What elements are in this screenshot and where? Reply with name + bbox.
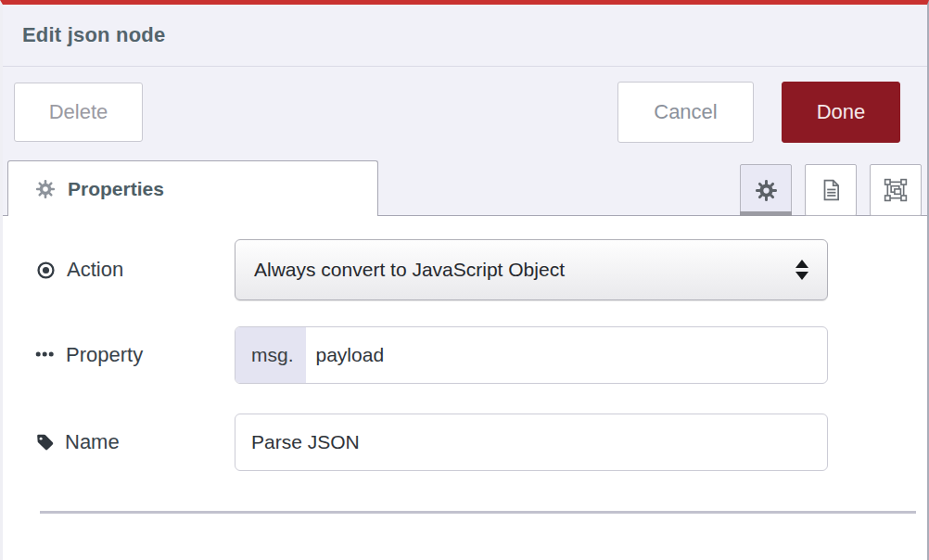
action-select[interactable]: Always convert to JavaScript Object (235, 239, 828, 300)
action-control: Always convert to JavaScript Object (235, 239, 828, 300)
document-icon (819, 178, 843, 202)
property-label-group: Property (3, 343, 235, 367)
name-label-group: Name (3, 430, 235, 454)
property-input[interactable] (306, 327, 827, 383)
name-input-box (235, 414, 828, 471)
action-label: Action (67, 258, 123, 282)
dialog-header: Edit json node (3, 5, 927, 67)
action-selected-value: Always convert to JavaScript Object (254, 259, 795, 281)
action-row: Action Always convert to JavaScript Obje… (3, 239, 927, 300)
dialog-button-bar: Delete Cancel Done (3, 67, 927, 158)
gear-icon (755, 179, 778, 202)
select-updown-arrows-icon (795, 260, 808, 280)
tab-bar: Properties (3, 158, 927, 216)
dialog-title: Edit json node (22, 23, 165, 47)
properties-gear-button[interactable] (740, 164, 792, 216)
tab-properties[interactable]: Properties (7, 160, 378, 216)
group-selection-icon (884, 178, 908, 202)
edit-node-dialog: Edit json node Delete Cancel Done (0, 0, 929, 560)
msg-prefix-badge: msg. (235, 327, 306, 383)
name-label: Name (65, 430, 120, 454)
description-button[interactable] (805, 164, 857, 216)
property-control: msg. (235, 326, 828, 384)
tab-icon-buttons (740, 164, 922, 216)
tag-icon (35, 433, 55, 452)
gear-icon (35, 179, 56, 199)
name-control (235, 414, 828, 471)
delete-button[interactable]: Delete (14, 83, 143, 142)
appearance-button[interactable] (870, 164, 922, 216)
property-label: Property (66, 343, 143, 367)
properties-form: Action Always convert to JavaScript Obje… (3, 216, 927, 514)
done-button[interactable]: Done (782, 82, 900, 143)
cancel-button[interactable]: Cancel (617, 82, 754, 143)
ellipsis-icon (35, 350, 56, 360)
tab-properties-label: Properties (68, 178, 164, 200)
property-row: Property msg. (3, 326, 927, 384)
name-input[interactable] (235, 414, 827, 470)
action-label-group: Action (3, 258, 235, 282)
property-input-box: msg. (235, 326, 828, 384)
form-divider (40, 511, 916, 514)
name-row: Name (3, 414, 927, 471)
dot-circle-icon (35, 260, 57, 281)
